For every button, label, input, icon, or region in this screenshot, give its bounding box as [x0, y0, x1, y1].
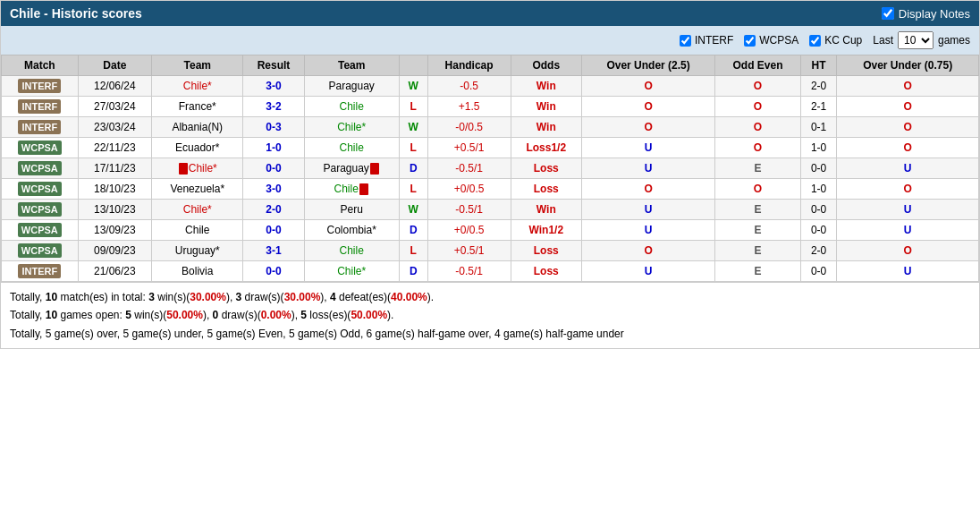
cell-result: 0-0 — [243, 158, 304, 179]
cell-ou075: U — [837, 220, 979, 241]
cell-ou075: O — [837, 97, 979, 117]
filter-row: INTERF WCPSA KC Cup Last 10 20 30 games — [1, 26, 979, 55]
cell-ou25: U — [582, 261, 715, 282]
cell-result: 3-0 — [243, 179, 304, 200]
cell-ht: 0-0 — [800, 261, 836, 282]
col-result: Result — [243, 55, 304, 76]
cell-team2: Colombia* — [304, 220, 399, 241]
cell-oe: E — [715, 200, 801, 220]
table-row: INTERF12/06/24Chile*3-0ParaguayW-0.5WinO… — [2, 76, 979, 97]
display-notes-label: Display Notes — [899, 7, 970, 21]
cell-ht: 0-0 — [800, 200, 836, 220]
cell-wld: D — [399, 261, 427, 282]
cell-match-type: WCPSA — [2, 158, 79, 179]
cell-team1: Chile* — [152, 158, 243, 179]
cell-date: 17/11/23 — [78, 158, 151, 179]
cell-odds: Win — [511, 200, 582, 220]
col-wld — [399, 55, 427, 76]
interf-checkbox[interactable] — [680, 35, 691, 47]
cell-date: 23/03/24 — [78, 117, 151, 138]
page-title: Chile - Historic scores — [10, 6, 142, 21]
cell-team1: Uruguay* — [152, 241, 243, 261]
cell-match-type: INTERF — [2, 97, 79, 117]
cell-wld: W — [399, 200, 427, 220]
cell-handicap: +0.5/1 — [427, 138, 511, 158]
cell-wld: L — [399, 241, 427, 261]
cell-ht: 2-0 — [800, 76, 836, 97]
cell-result: 0-0 — [243, 220, 304, 241]
cell-ou25: U — [582, 200, 715, 220]
cell-ht: 0-0 — [800, 158, 836, 179]
summary-line3: Totally, 5 game(s) over, 5 game(s) under… — [10, 325, 970, 343]
cell-team2: Chile* — [304, 261, 399, 282]
display-notes-area: Display Notes — [882, 7, 970, 21]
wcpsa-checkbox[interactable] — [744, 35, 756, 47]
col-ou075: Over Under (0.75) — [837, 55, 979, 76]
cell-odds: Loss1/2 — [511, 138, 582, 158]
cell-odds: Loss — [511, 241, 582, 261]
cell-team2: Chile* — [304, 117, 399, 138]
cell-team2: Paraguay — [304, 76, 399, 97]
col-date: Date — [78, 55, 151, 76]
cell-date: 13/10/23 — [78, 200, 151, 220]
summary-line1: Totally, 10 match(es) in total: 3 win(s)… — [10, 288, 970, 306]
cell-handicap: -0.5/1 — [427, 261, 511, 282]
table-row: WCPSA13/10/23Chile*2-0PeruW-0.5/1WinUE0-… — [2, 200, 979, 220]
cell-wld: D — [399, 220, 427, 241]
cell-team2: Chile — [304, 138, 399, 158]
cell-match-type: INTERF — [2, 261, 79, 282]
cell-odds: Loss — [511, 261, 582, 282]
table-row: INTERF27/03/24France*3-2ChileL+1.5WinOO2… — [2, 97, 979, 117]
cell-wld: D — [399, 158, 427, 179]
games-count-select[interactable]: 10 20 30 — [898, 31, 934, 49]
cell-date: 27/03/24 — [78, 97, 151, 117]
kc-cup-checkbox[interactable] — [809, 35, 821, 47]
cell-ht: 2-1 — [800, 97, 836, 117]
filter-kc-cup: KC Cup — [809, 34, 862, 47]
cell-team2: Chile — [304, 241, 399, 261]
cell-ou25: O — [582, 117, 715, 138]
cell-ou075: O — [837, 117, 979, 138]
cell-ht: 1-0 — [800, 138, 836, 158]
cell-team1: Venezuela* — [152, 179, 243, 200]
cell-team1: Chile — [152, 220, 243, 241]
cell-ou075: O — [837, 138, 979, 158]
cell-handicap: +0/0.5 — [427, 179, 511, 200]
cell-oe: E — [715, 158, 801, 179]
cell-ou25: O — [582, 97, 715, 117]
display-notes-checkbox[interactable] — [882, 7, 894, 20]
cell-ou075: U — [837, 261, 979, 282]
cell-team1: Albania(N) — [152, 117, 243, 138]
cell-oe: O — [715, 97, 801, 117]
cell-handicap: -0.5/1 — [427, 200, 511, 220]
cell-wld: L — [399, 138, 427, 158]
cell-odds: Loss — [511, 179, 582, 200]
table-row: WCPSA09/09/23Uruguay*3-1ChileL+0.5/1Loss… — [2, 241, 979, 261]
cell-date: 09/09/23 — [78, 241, 151, 261]
cell-team1: Bolivia — [152, 261, 243, 282]
interf-label: INTERF — [695, 34, 733, 47]
cell-team2: Chile — [304, 97, 399, 117]
cell-ht: 0-0 — [800, 220, 836, 241]
cell-date: 22/11/23 — [78, 138, 151, 158]
cell-handicap: +0.5/1 — [427, 241, 511, 261]
col-match: Match — [2, 55, 79, 76]
main-container: Chile - Historic scores Display Notes IN… — [0, 0, 980, 349]
games-select-area: Last 10 20 30 games — [873, 31, 970, 49]
cell-handicap: -0.5 — [427, 76, 511, 97]
cell-result: 3-2 — [243, 97, 304, 117]
cell-result: 3-0 — [243, 76, 304, 97]
cell-handicap: +1.5 — [427, 97, 511, 117]
cell-team1: France* — [152, 97, 243, 117]
cell-team2: Paraguay — [304, 158, 399, 179]
cell-odds: Win — [511, 117, 582, 138]
cell-match-type: INTERF — [2, 117, 79, 138]
cell-result: 3-1 — [243, 241, 304, 261]
col-ou25: Over Under (2.5) — [582, 55, 715, 76]
last-label: Last — [873, 34, 893, 47]
cell-handicap: +0/0.5 — [427, 220, 511, 241]
cell-wld: W — [399, 117, 427, 138]
col-odds: Odds — [511, 55, 582, 76]
cell-ht: 0-1 — [800, 117, 836, 138]
cell-ou25: U — [582, 220, 715, 241]
